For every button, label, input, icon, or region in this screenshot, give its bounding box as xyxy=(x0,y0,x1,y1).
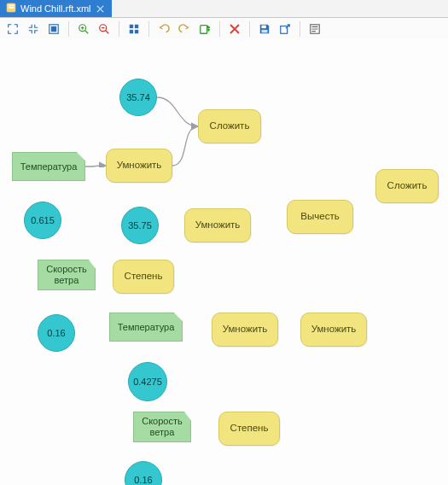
svg-rect-9 xyxy=(130,30,133,33)
svg-rect-13 xyxy=(262,30,268,33)
redo-icon[interactable] xyxy=(175,20,194,38)
properties-icon[interactable] xyxy=(305,20,324,38)
zoom-in-icon[interactable] xyxy=(74,20,93,38)
op-node[interactable]: Сложить xyxy=(375,169,439,203)
toolbar xyxy=(0,18,448,41)
tab-bar: Wind Chill.rft.xml xyxy=(0,0,448,18)
toolbar-separator xyxy=(148,21,149,37)
fit-icon[interactable] xyxy=(44,20,63,38)
op-node[interactable]: Умножить xyxy=(184,208,251,242)
op-node[interactable]: Вычесть xyxy=(287,200,353,234)
toolbar-separator xyxy=(68,21,69,37)
export-icon[interactable] xyxy=(276,20,294,38)
expand-icon[interactable] xyxy=(3,20,22,38)
toolbar-separator xyxy=(249,21,250,37)
op-node[interactable]: Степень xyxy=(218,412,280,446)
delete-icon[interactable] xyxy=(225,20,244,38)
save-icon[interactable] xyxy=(255,20,274,38)
const-node[interactable]: 0.16 xyxy=(38,314,75,352)
svg-rect-10 xyxy=(135,30,138,33)
const-node[interactable]: 0.16 xyxy=(125,461,162,485)
diagram-canvas[interactable]: 35.74ТемператураУмножитьСложить0.61535.7… xyxy=(0,39,448,485)
file-icon xyxy=(5,2,17,15)
input-node[interactable]: Температура xyxy=(109,313,183,342)
op-node[interactable]: Умножить xyxy=(106,149,172,183)
svg-rect-12 xyxy=(262,26,266,29)
layout-icon[interactable] xyxy=(125,20,143,38)
edge xyxy=(172,126,198,166)
input-node[interactable]: Скоростьветра xyxy=(133,412,191,442)
toolbar-separator xyxy=(300,21,300,37)
tab-title: Wind Chill.rft.xml xyxy=(20,3,91,14)
toolbar-separator xyxy=(219,21,220,37)
const-node[interactable]: 0.4275 xyxy=(128,362,167,401)
toolbar-separator xyxy=(119,21,119,37)
undo-icon[interactable] xyxy=(154,20,173,38)
zoom-out-icon[interactable] xyxy=(95,20,113,38)
svg-rect-4 xyxy=(51,26,55,31)
input-node[interactable]: Скоростьветра xyxy=(38,260,96,290)
op-node[interactable]: Умножить xyxy=(212,313,278,347)
input-node[interactable]: Температура xyxy=(12,152,85,181)
const-node[interactable]: 35.75 xyxy=(121,207,159,244)
svg-rect-11 xyxy=(201,26,207,34)
edge xyxy=(157,97,198,126)
op-node[interactable]: Степень xyxy=(113,260,174,294)
close-icon[interactable] xyxy=(95,3,107,15)
const-node[interactable]: 0.615 xyxy=(24,202,61,239)
collapse-icon[interactable] xyxy=(24,20,43,38)
svg-rect-7 xyxy=(130,25,133,28)
svg-rect-2 xyxy=(9,7,15,9)
const-node[interactable]: 35.74 xyxy=(119,79,157,116)
svg-rect-1 xyxy=(9,5,15,7)
tab-wind-chill[interactable]: Wind Chill.rft.xml xyxy=(0,0,112,17)
op-node[interactable]: Сложить xyxy=(198,109,261,143)
svg-rect-8 xyxy=(135,25,138,28)
add-node-icon[interactable] xyxy=(195,20,214,38)
op-node[interactable]: Умножить xyxy=(300,313,367,347)
